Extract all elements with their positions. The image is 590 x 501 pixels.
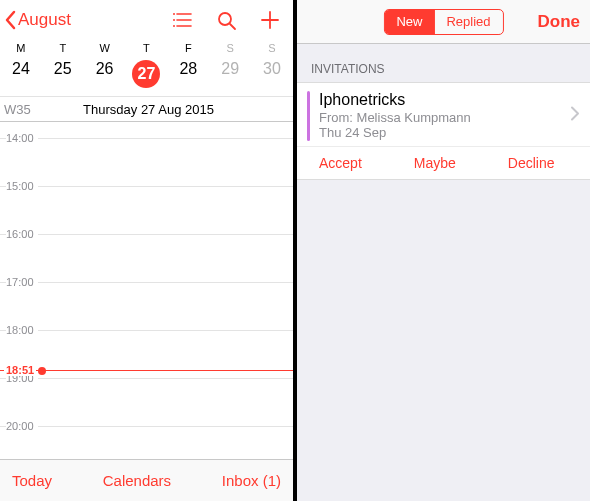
hour-row: 17:00 [0, 282, 293, 330]
add-event-icon[interactable] [259, 9, 281, 31]
calendar-header: August [0, 0, 293, 36]
calendar-pane: August M T W T F S S 24 25 26 27 28 29 3… [0, 0, 293, 501]
day-cell[interactable]: 26 [84, 56, 126, 92]
search-icon[interactable] [215, 9, 237, 31]
date-row: 24 25 26 27 28 29 30 [0, 56, 293, 96]
day-cell[interactable]: 30 [251, 56, 293, 92]
accept-button[interactable]: Accept [319, 155, 362, 171]
hour-row: 15:00 [0, 186, 293, 234]
inbox-button[interactable]: Inbox (1) [222, 472, 281, 489]
weekday-label: T [42, 42, 84, 54]
list-view-icon[interactable] [171, 9, 193, 31]
decline-button[interactable]: Decline [508, 155, 555, 171]
invitations-pane: New Replied Done Invitations Iphonetrick… [297, 0, 590, 501]
hour-row: 16:00 [0, 234, 293, 282]
week-number: W35 [4, 102, 42, 117]
weekday-label: T [126, 42, 168, 54]
weekday-label: S [209, 42, 251, 54]
day-cell-selected[interactable]: 27 [126, 56, 168, 92]
hour-label: 15:00 [6, 180, 38, 192]
invitation-from: From: Melissa Kumpmann [319, 110, 576, 125]
back-button[interactable]: August [4, 10, 71, 30]
hour-row: 19:00 [0, 378, 293, 426]
calendar-toolbar: Today Calendars Inbox (1) [0, 459, 293, 501]
day-cell[interactable]: 28 [167, 56, 209, 92]
full-date-bar: W35 Thursday 27 Aug 2015 [0, 96, 293, 122]
weekday-row: M T W T F S S [0, 36, 293, 56]
svg-point-3 [173, 13, 175, 15]
invitations-header: New Replied Done [297, 0, 590, 44]
maybe-button[interactable]: Maybe [414, 155, 456, 171]
hour-label: 18:00 [6, 324, 38, 336]
segment-new[interactable]: New [384, 10, 434, 34]
header-actions [171, 9, 285, 31]
calendars-button[interactable]: Calendars [103, 472, 171, 489]
current-time-dot-icon [38, 367, 46, 375]
full-date: Thursday 27 Aug 2015 [42, 102, 293, 117]
today-button[interactable]: Today [12, 472, 52, 489]
invitation-card[interactable]: Iphonetricks From: Melissa Kumpmann Thu … [297, 82, 590, 180]
section-header: Invitations [297, 44, 590, 82]
day-cell[interactable]: 24 [0, 56, 42, 92]
svg-point-4 [173, 19, 175, 21]
hour-label: 16:00 [6, 228, 38, 240]
weekday-label: F [167, 42, 209, 54]
svg-line-7 [230, 24, 235, 29]
day-cell[interactable]: 29 [209, 56, 251, 92]
chevron-right-icon [570, 105, 580, 124]
weekday-label: W [84, 42, 126, 54]
hour-label: 17:00 [6, 276, 38, 288]
hour-label: 14:00 [6, 132, 38, 144]
day-grid[interactable]: 14:00 15:00 16:00 17:00 18:00 19:00 20:0… [0, 122, 293, 477]
svg-point-5 [173, 25, 175, 27]
current-time-label: 18:51 [4, 364, 36, 376]
invitation-date: Thu 24 Sep [319, 125, 576, 140]
hour-row: 14:00 [0, 138, 293, 186]
hour-label: 20:00 [6, 420, 38, 432]
segment-replied[interactable]: Replied [434, 10, 502, 34]
done-button[interactable]: Done [538, 12, 581, 32]
invitation-body: Iphonetricks From: Melissa Kumpmann Thu … [297, 83, 590, 146]
segmented-control: New Replied [383, 9, 503, 35]
day-cell[interactable]: 25 [42, 56, 84, 92]
chevron-left-icon [4, 10, 16, 30]
back-label: August [18, 10, 71, 30]
invitation-actions: Accept Maybe Decline [297, 146, 590, 179]
weekday-label: M [0, 42, 42, 54]
current-time-indicator: 18:51 [0, 370, 293, 371]
svg-point-6 [219, 13, 231, 25]
weekday-label: S [251, 42, 293, 54]
invitation-title: Iphonetricks [319, 91, 576, 109]
